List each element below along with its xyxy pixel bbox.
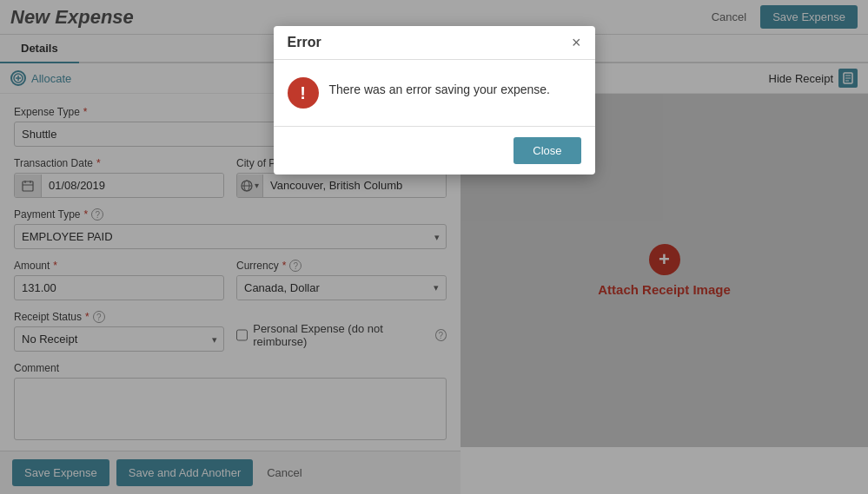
modal-title: Error bbox=[288, 35, 321, 50]
modal-message: There was an error saving your expense. bbox=[329, 77, 550, 96]
modal-close-x-button[interactable]: × bbox=[572, 35, 581, 50]
close-modal-button[interactable]: Close bbox=[514, 137, 580, 164]
error-modal: Error × ! There was an error saving your… bbox=[274, 26, 595, 175]
page-wrapper: New Expense Cancel Save Expense Details … bbox=[0, 0, 868, 494]
error-icon: ! bbox=[288, 77, 319, 109]
modal-overlay: Error × ! There was an error saving your… bbox=[0, 0, 868, 494]
modal-footer: Close bbox=[274, 127, 595, 175]
modal-header: Error × bbox=[274, 26, 595, 60]
modal-body: ! There was an error saving your expense… bbox=[274, 60, 595, 127]
